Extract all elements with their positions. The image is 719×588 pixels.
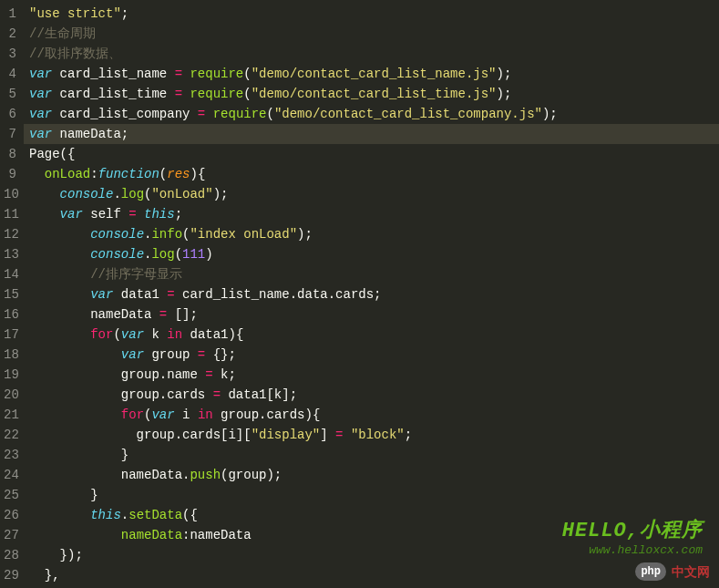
token-kw: var xyxy=(151,407,174,422)
token-kw: var xyxy=(90,287,113,302)
token-id: group.cards xyxy=(29,387,213,402)
line-number: 6 xyxy=(4,104,16,124)
code-line[interactable]: var group = {}; xyxy=(29,345,719,365)
code-line[interactable]: }, xyxy=(29,565,719,585)
token-str: "onLoad" xyxy=(151,187,212,201)
token-kw: var xyxy=(121,327,144,342)
token-id xyxy=(29,508,90,522)
token-id: card_list_time xyxy=(52,87,174,101)
code-line[interactable]: }); xyxy=(29,545,719,565)
token-id xyxy=(29,187,60,201)
line-number: 20 xyxy=(4,385,16,405)
line-number: 17 xyxy=(4,325,16,345)
code-line[interactable]: this.setData({ xyxy=(29,505,719,525)
line-number: 28 xyxy=(4,545,16,565)
code-line[interactable]: var card_list_company = require("demo/co… xyxy=(29,104,719,124)
token-id: {}; xyxy=(205,347,236,362)
code-line[interactable]: for(var k in data1){ xyxy=(29,325,719,345)
token-id: ); xyxy=(497,67,512,81)
line-number: 8 xyxy=(4,144,16,164)
code-line[interactable]: "use strict"; xyxy=(29,4,719,24)
token-id: []; xyxy=(167,307,198,322)
token-id: ); xyxy=(497,87,512,101)
token-op: for xyxy=(90,327,113,342)
code-line[interactable]: } xyxy=(29,485,719,505)
line-number: 12 xyxy=(4,224,16,244)
code-line[interactable]: //生命周期 xyxy=(29,24,719,44)
token-op: in xyxy=(167,327,182,342)
token-id: :nameData xyxy=(182,528,252,542)
token-id: ; xyxy=(121,6,128,21)
code-line[interactable]: group.cards = data1[k]; xyxy=(29,385,719,405)
token-id xyxy=(29,407,121,422)
token-str: "demo/contact_card_list_name.js" xyxy=(252,67,497,81)
token-id: ( xyxy=(266,107,273,121)
token-kw: console xyxy=(60,187,114,201)
token-kw: console xyxy=(90,227,144,242)
code-line[interactable]: var card_list_name = require("demo/conta… xyxy=(29,64,719,84)
line-number: 29 xyxy=(4,565,16,585)
token-id xyxy=(29,347,121,362)
token-id: ; xyxy=(175,207,182,222)
line-number: 3 xyxy=(4,44,16,64)
token-id: ; xyxy=(405,428,412,442)
line-number: 26 xyxy=(4,505,16,525)
token-id xyxy=(29,327,90,342)
line-number: 27 xyxy=(4,525,16,545)
token-kw: var xyxy=(29,87,52,101)
token-id: ( xyxy=(243,67,251,81)
code-line[interactable]: //排序字母显示 xyxy=(29,264,719,284)
token-id xyxy=(29,227,90,242)
line-number: 16 xyxy=(4,304,16,325)
token-op: = xyxy=(198,347,205,362)
code-line[interactable]: console.log("onLoad"); xyxy=(29,184,719,204)
code-line[interactable]: console.info("index onLoad"); xyxy=(29,224,719,244)
code-line[interactable]: console.log(111) xyxy=(29,244,719,264)
token-id: }); xyxy=(29,548,83,562)
token-id xyxy=(29,267,90,282)
token-op: in xyxy=(198,407,213,422)
token-id: i xyxy=(175,407,198,422)
line-number: 2 xyxy=(4,24,16,44)
token-id: : xyxy=(90,167,98,181)
token-id xyxy=(343,428,350,442)
token-func: require xyxy=(213,107,267,121)
token-str: "demo/contact_card_list_time.js" xyxy=(252,87,497,101)
code-line[interactable]: onLoad:function(res){ xyxy=(29,164,719,184)
code-line[interactable]: var card_list_time = require("demo/conta… xyxy=(29,84,719,104)
token-id: (group); xyxy=(221,468,282,482)
code-line[interactable]: nameData.push(group); xyxy=(29,465,719,485)
token-func: info xyxy=(151,227,182,242)
token-id: nameData; xyxy=(52,127,128,141)
code-line[interactable]: group.name = k; xyxy=(29,365,719,385)
code-line[interactable]: var data1 = card_list_name.data.cards; xyxy=(29,284,719,304)
code-line[interactable]: for(var i in group.cards){ xyxy=(29,405,719,425)
line-number: 5 xyxy=(4,84,16,104)
code-line[interactable]: Page({ xyxy=(29,144,719,164)
php-cn-text: 中文网 xyxy=(672,564,710,581)
code-line[interactable]: //取排序数据、 xyxy=(29,44,719,64)
code-line[interactable]: group.cards[i]["display"] = "block"; xyxy=(29,425,719,445)
token-id xyxy=(137,207,144,222)
line-number: 23 xyxy=(4,445,16,465)
token-id: card_list_company xyxy=(52,107,198,121)
line-number: 21 xyxy=(4,405,16,425)
token-id xyxy=(29,528,121,542)
token-op: for xyxy=(121,407,144,422)
code-line[interactable]: } xyxy=(29,445,719,465)
code-line[interactable]: var nameData; xyxy=(24,124,719,144)
code-line[interactable]: var self = this; xyxy=(29,204,719,224)
token-op: = xyxy=(205,367,212,382)
token-func: require xyxy=(190,87,243,101)
token-id: ] xyxy=(320,428,335,442)
token-id: card_list_name.data.cards; xyxy=(175,287,382,302)
token-com: //排序字母显示 xyxy=(90,267,182,282)
code-line[interactable]: nameData = []; xyxy=(29,304,719,325)
token-id: ){ xyxy=(190,167,205,181)
token-func: onLoad xyxy=(45,167,90,181)
token-id: ); xyxy=(297,227,313,242)
line-number: 25 xyxy=(4,485,16,505)
code-area[interactable]: "use strict";//生命周期//取排序数据、var card_list… xyxy=(24,0,719,588)
token-id xyxy=(29,207,60,222)
code-line[interactable]: nameData:nameData xyxy=(29,525,719,545)
